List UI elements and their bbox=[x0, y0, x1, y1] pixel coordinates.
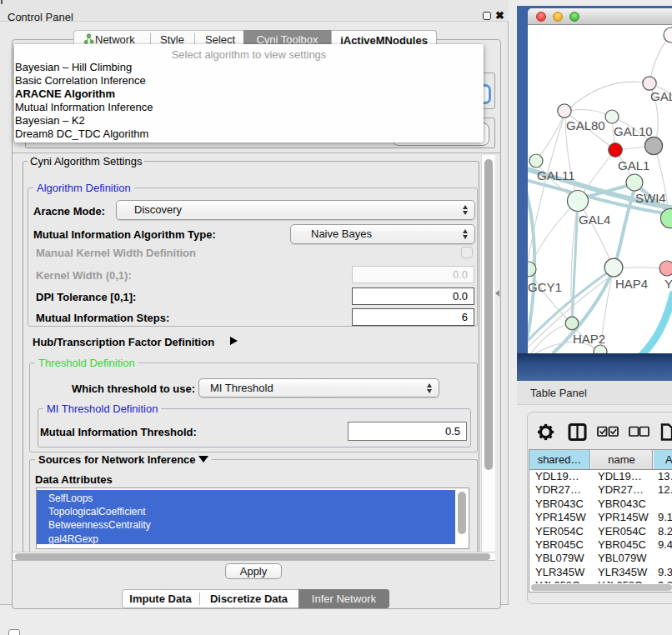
svg-text:HAP4: HAP4 bbox=[615, 277, 648, 291]
svg-text:GAL4: GAL4 bbox=[579, 212, 610, 227]
svg-text:GCY1: GCY1 bbox=[528, 280, 562, 294]
svg-text:HAP2: HAP2 bbox=[573, 332, 605, 346]
svg-text:GAL11: GAL11 bbox=[537, 168, 575, 182]
svg-text:GAL10: GAL10 bbox=[614, 124, 653, 138]
svg-text:SWI4: SWI4 bbox=[635, 191, 666, 205]
svg-text:GAL80: GAL80 bbox=[566, 118, 605, 132]
svg-text:Y: Y bbox=[664, 277, 672, 291]
svg-text:GAL7: GAL7 bbox=[650, 89, 672, 103]
svg-text:GAL1: GAL1 bbox=[618, 158, 649, 172]
